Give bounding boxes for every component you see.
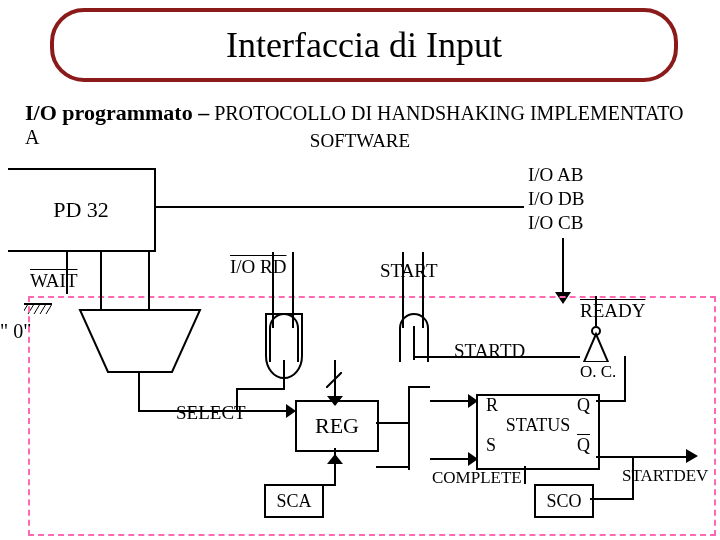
reg-arrow-top [327,392,343,410]
and2-in-b [422,252,424,328]
startdev-arrow [686,449,698,467]
subtitle-line2: SOFTWARE [0,130,720,152]
wait-line [66,252,68,294]
and1-to-select-h [138,410,236,412]
and1-in-b [292,252,294,328]
title-text: Interfaccia di Input [226,24,502,66]
complete-label: COMPLETE [432,468,522,488]
io-rd-label: I/O RD [230,256,286,278]
reg-out-line [376,422,410,424]
pd32-bus-line [154,206,524,208]
startd-label: STARTD [454,340,525,362]
reg-branch-bot [376,466,410,468]
bus-slash-reg [326,372,342,388]
svg-marker-14 [468,452,478,466]
reg-branch-vert [408,386,410,470]
oc-buffer [576,326,616,366]
sco-right [590,498,634,500]
and2-to-startd [413,356,531,358]
svg-marker-16 [327,454,343,464]
status-q-up [624,356,626,402]
reg-label: REG [315,413,359,439]
sco-up [524,466,526,484]
startdev-label: STARTDEV [622,466,708,486]
svg-marker-13 [468,394,478,408]
start-label: START [380,260,438,282]
svg-marker-7 [584,334,608,362]
and-gate-1 [260,314,308,366]
title-box: Interfaccia di Input [50,8,678,82]
and1-out-h [236,388,284,390]
status-r-arrow [468,394,478,412]
status-s: S [486,436,496,456]
mux-out-line [138,372,140,412]
mux-in-0-line [100,252,102,310]
and1-out [283,360,285,390]
io-db-label: I/O DB [528,188,584,210]
pd32-block: PD 32 [8,168,156,252]
status-block: RQ STATUS SQ [476,394,600,470]
subtitle-bold: I/O programmato – [25,100,209,125]
sco-right-up [632,458,634,500]
pd32-label: PD 32 [53,197,109,223]
startd-to-oc-line [530,356,580,358]
status-qbar: Q [577,436,590,456]
status-q-out [596,400,624,402]
status-q: Q [577,396,590,416]
sco-block: SCO [534,484,594,518]
and2-in-a [402,252,404,328]
status-label: STATUS [478,416,598,436]
svg-line-12 [326,372,342,388]
svg-marker-11 [286,404,296,418]
sca-label: SCA [276,491,311,512]
status-r: R [486,396,498,416]
svg-marker-9 [80,310,200,372]
and1-in-a [272,252,274,328]
sca-arrow-up [327,450,343,468]
and1-to-select-v [236,388,238,412]
sco-label: SCO [546,491,581,512]
pd32-to-mux-line [100,250,150,252]
wait-label: WAIT [30,270,77,292]
sca-block: SCA [264,484,324,518]
status-qbar-out [596,456,694,458]
io-ab-label: I/O AB [528,164,583,186]
bus-line-down [562,238,564,294]
reg-arrow-left [286,404,296,422]
reg-branch-top [408,386,430,388]
zero-label: " 0" [0,320,31,343]
ready-label: READY [580,300,645,322]
svg-marker-10 [327,396,343,406]
svg-marker-15 [686,449,698,463]
mux-in-1-line [148,252,150,310]
oc-out-line [595,296,597,326]
io-cb-label: I/O CB [528,212,583,234]
and2-out-v [413,326,415,360]
